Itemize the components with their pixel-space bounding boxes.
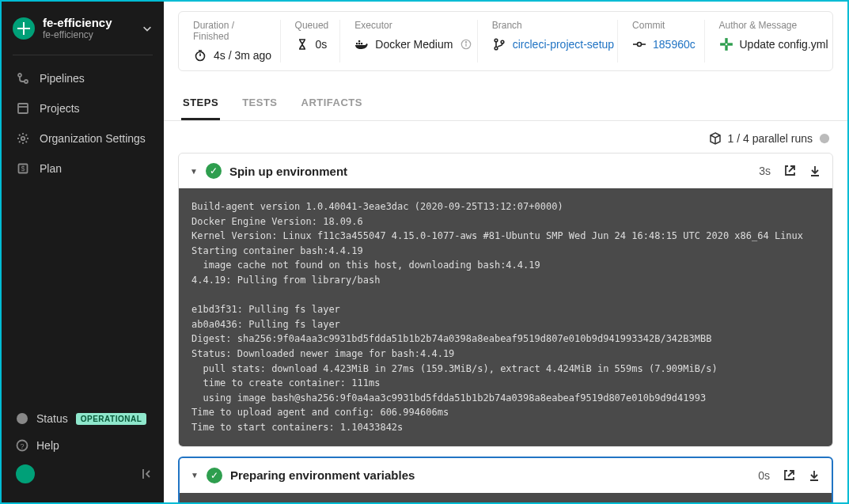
- svg-point-2: [18, 74, 21, 77]
- sidebar-help[interactable]: ? Help: [2, 433, 164, 458]
- sidebar-item-label: Pipelines: [40, 72, 85, 85]
- project-sub: fe-efficiency: [43, 29, 134, 40]
- cube-icon: [709, 132, 722, 145]
- projects-icon: [16, 101, 30, 116]
- svg-rect-32: [727, 43, 733, 45]
- commit-icon: [632, 37, 646, 51]
- steps-list: ▼ ✓ Spin up environment 3s Build-agent v…: [164, 153, 847, 502]
- download-icon[interactable]: [809, 165, 821, 177]
- step-log[interactable]: Build-agent version 1.0.40041-3eae3dac (…: [179, 188, 832, 446]
- author-icon: [719, 37, 733, 51]
- svg-rect-16: [356, 43, 358, 44]
- svg-point-25: [501, 40, 504, 44]
- download-icon[interactable]: [808, 469, 821, 482]
- sidebar-item-label: Organization Settings: [40, 132, 146, 145]
- meta-commit: Commit 185960c: [618, 20, 704, 63]
- svg-rect-18: [361, 43, 362, 44]
- svg-rect-19: [358, 40, 360, 42]
- step-duration: 3s: [759, 165, 771, 177]
- svg-rect-4: [18, 104, 28, 113]
- step-title: Preparing environment variables: [230, 468, 415, 482]
- hourglass-icon: [295, 37, 309, 51]
- svg-point-23: [495, 39, 498, 42]
- plan-icon: $: [16, 161, 30, 176]
- meta-author: Author & Message Update config.yml: [705, 20, 832, 63]
- svg-point-9: [17, 413, 28, 424]
- project-name: fe-efficiency: [43, 16, 134, 29]
- tab-tests[interactable]: TESTS: [241, 87, 279, 120]
- success-icon: ✓: [206, 163, 222, 179]
- caret-down-icon: ▼: [190, 167, 198, 176]
- success-icon: ✓: [207, 468, 222, 483]
- sidebar-item-label: Plan: [40, 162, 62, 175]
- svg-text:$: $: [21, 165, 25, 172]
- status-icon: [16, 412, 28, 425]
- step-item: ▼ ✓ Preparing environment variables 0s U…: [178, 457, 833, 503]
- gear-icon: [16, 131, 30, 146]
- svg-rect-30: [725, 45, 727, 51]
- collapse-sidebar-icon[interactable]: [140, 468, 153, 480]
- svg-rect-17: [358, 43, 360, 44]
- tabs: STEPS TESTS ARTIFACTS: [164, 87, 847, 121]
- commit-link[interactable]: 185960c: [653, 38, 695, 51]
- meta-duration: Duration / Finished 4s / 3m ago: [179, 20, 281, 63]
- avatar[interactable]: [16, 464, 35, 483]
- step-header[interactable]: ▼ ✓ Preparing environment variables 0s: [180, 458, 832, 493]
- help-icon: ?: [16, 439, 28, 452]
- step-item: ▼ ✓ Spin up environment 3s Build-agent v…: [178, 153, 833, 447]
- info-icon[interactable]: [459, 37, 473, 51]
- chevron-down-icon: [142, 23, 153, 34]
- step-title: Spin up environment: [229, 165, 347, 178]
- svg-point-22: [466, 42, 467, 43]
- pipelines-icon: [16, 71, 30, 85]
- open-external-icon[interactable]: [783, 469, 795, 482]
- project-icon: [13, 17, 35, 40]
- step-log[interactable]: Using build environment variables: BASH_…: [180, 493, 832, 503]
- sidebar-item-plan[interactable]: $ Plan: [2, 153, 164, 184]
- meta-branch: Branch circleci-project-setup: [478, 20, 618, 63]
- meta-executor: Executor Docker Medium: [340, 20, 477, 63]
- sidebar-item-pipelines[interactable]: Pipelines: [2, 63, 164, 93]
- step-duration: 0s: [758, 469, 770, 482]
- meta-queued: Queued 0s: [281, 20, 341, 63]
- svg-point-3: [25, 80, 28, 83]
- branch-icon: [492, 37, 506, 51]
- sidebar-item-projects[interactable]: Projects: [2, 93, 164, 123]
- main-content: Duration / Finished 4s / 3m ago Queued 0…: [164, 2, 847, 502]
- info-icon[interactable]: [819, 133, 830, 144]
- job-meta-bar: Duration / Finished 4s / 3m ago Queued 0…: [178, 11, 833, 71]
- stopwatch-icon: [193, 48, 207, 63]
- svg-text:?: ?: [20, 442, 24, 450]
- step-header[interactable]: ▼ ✓ Spin up environment 3s: [179, 153, 832, 188]
- status-label: Status: [36, 412, 68, 425]
- svg-point-26: [638, 43, 642, 47]
- sidebar: fe-efficiency fe-efficiency Pipelines Pr…: [2, 2, 164, 502]
- docker-icon: [354, 37, 369, 51]
- project-switcher[interactable]: fe-efficiency fe-efficiency: [2, 11, 164, 51]
- tab-steps[interactable]: STEPS: [181, 87, 220, 120]
- sidebar-item-org-settings[interactable]: Organization Settings: [2, 123, 164, 153]
- svg-point-6: [21, 137, 25, 140]
- sidebar-status[interactable]: Status OPERATIONAL: [2, 406, 164, 431]
- svg-point-33: [820, 134, 829, 143]
- branch-link[interactable]: circleci-project-setup: [513, 38, 614, 51]
- tab-artifacts[interactable]: ARTIFACTS: [300, 87, 364, 120]
- status-badge: OPERATIONAL: [76, 413, 147, 425]
- open-external-icon[interactable]: [783, 165, 796, 177]
- svg-point-24: [495, 47, 498, 50]
- caret-down-icon: ▼: [191, 471, 199, 479]
- svg-rect-31: [720, 43, 726, 45]
- help-label: Help: [36, 439, 59, 452]
- sidebar-item-label: Projects: [40, 102, 80, 115]
- parallel-runs: 1 / 4 parallel runs: [164, 121, 847, 153]
- svg-rect-29: [725, 38, 727, 44]
